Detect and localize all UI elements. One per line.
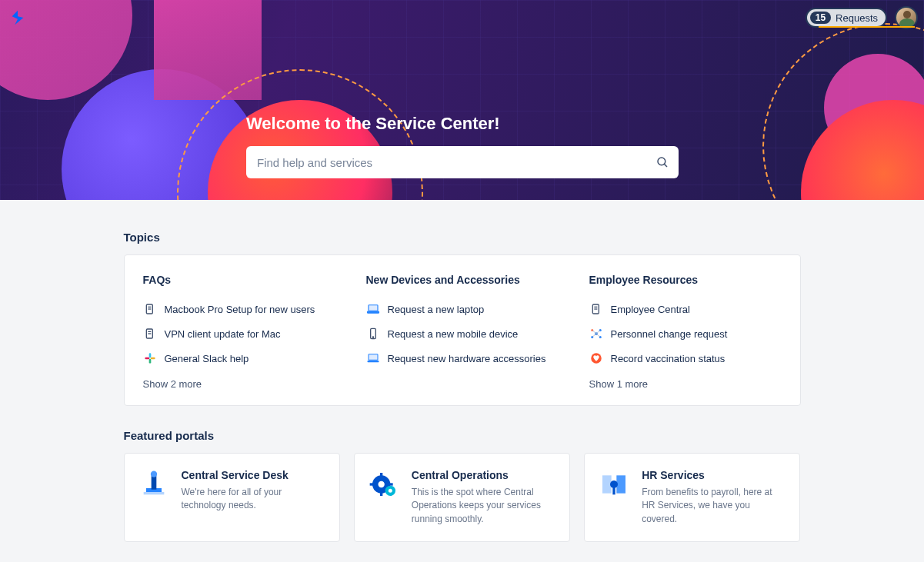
topic-item[interactable]: Macbook Pro Setup for new users bbox=[143, 297, 335, 321]
portal-title: Central Operations bbox=[412, 469, 555, 481]
svg-rect-12 bbox=[369, 305, 378, 311]
topic-item[interactable]: Request a new laptop bbox=[366, 297, 559, 321]
svg-point-36 bbox=[378, 481, 384, 487]
svg-rect-10 bbox=[150, 357, 155, 360]
slack-icon bbox=[143, 351, 157, 365]
laptop-icon bbox=[366, 351, 380, 365]
svg-rect-43 bbox=[602, 475, 612, 493]
svg-line-26 bbox=[592, 331, 595, 334]
gear-icon bbox=[369, 469, 399, 500]
svg-line-27 bbox=[596, 331, 600, 334]
portal-title: HR Services bbox=[642, 469, 786, 481]
svg-rect-37 bbox=[380, 473, 382, 477]
svg-point-42 bbox=[389, 489, 392, 493]
topic-item-label: Record vaccination status bbox=[611, 353, 726, 364]
page-title: Welcome to the Service Center! bbox=[246, 114, 678, 134]
topic-item-label: Personnel change request bbox=[611, 328, 728, 340]
svg-line-29 bbox=[596, 334, 600, 338]
topic-item[interactable]: Employee Central bbox=[589, 297, 782, 321]
active-tab-indicator bbox=[819, 26, 915, 28]
topic-item-label: General Slack help bbox=[165, 353, 249, 364]
portal-desc: From benefits to payroll, here at HR Ser… bbox=[642, 486, 786, 526]
portal-card-hr[interactable]: HR Services From benefits to payroll, he… bbox=[584, 453, 800, 542]
svg-rect-8 bbox=[148, 353, 151, 357]
svg-rect-17 bbox=[367, 361, 379, 362]
doc-icon bbox=[143, 302, 157, 316]
svg-line-1 bbox=[664, 164, 667, 167]
svg-rect-11 bbox=[148, 359, 151, 364]
search-input[interactable] bbox=[246, 146, 679, 178]
svg-rect-34 bbox=[143, 492, 164, 494]
topics-card: FAQs Macbook Pro Setup for new users VPN… bbox=[124, 254, 801, 406]
topic-item-label: Employee Central bbox=[611, 304, 690, 315]
hr-icon bbox=[599, 469, 629, 500]
topic-item-label: Request a new mobile device bbox=[388, 328, 519, 340]
svg-point-33 bbox=[150, 471, 156, 477]
topic-item-label: Request new hardware accessories bbox=[388, 353, 546, 364]
svg-rect-44 bbox=[616, 475, 625, 493]
requests-button[interactable]: 15 Requests bbox=[806, 8, 887, 28]
topic-item-label: VPN client update for Mac bbox=[165, 328, 281, 340]
svg-rect-46 bbox=[612, 487, 615, 494]
svg-line-28 bbox=[592, 334, 595, 338]
portal-title: Central Service Desk bbox=[182, 469, 325, 481]
portal-card-central-ops[interactable]: Central Operations This is the spot wher… bbox=[354, 453, 570, 542]
doc-icon bbox=[143, 327, 157, 341]
svg-rect-39 bbox=[369, 483, 373, 485]
svg-rect-32 bbox=[151, 475, 156, 489]
topic-item[interactable]: General Slack help bbox=[143, 346, 335, 371]
topic-item[interactable]: Request new hardware accessories bbox=[366, 346, 559, 371]
desk-icon bbox=[138, 469, 169, 500]
heart-icon bbox=[589, 351, 603, 365]
app-logo[interactable] bbox=[9, 9, 26, 26]
topic-item[interactable]: VPN client update for Mac bbox=[143, 321, 335, 346]
network-icon bbox=[589, 327, 603, 341]
laptop-icon bbox=[366, 302, 380, 316]
svg-rect-40 bbox=[389, 483, 392, 485]
portals-section-label: Featured portals bbox=[124, 429, 801, 442]
svg-point-0 bbox=[658, 158, 665, 165]
topic-item-label: Macbook Pro Setup for new users bbox=[165, 304, 315, 315]
topic-item[interactable]: Record vaccination status bbox=[589, 346, 782, 371]
svg-rect-38 bbox=[380, 492, 382, 496]
show-more-link[interactable]: Show 2 more bbox=[143, 378, 335, 390]
svg-rect-13 bbox=[367, 311, 379, 313]
portal-desc: We're here for all of your technology ne… bbox=[182, 486, 325, 513]
search-icon[interactable] bbox=[655, 155, 669, 169]
topic-heading-employee: Employee Resources bbox=[589, 274, 782, 286]
topic-heading-faqs: FAQs bbox=[143, 274, 335, 286]
topic-item-label: Request a new laptop bbox=[388, 304, 485, 315]
portal-desc: This is the spot where Central Operation… bbox=[412, 486, 555, 526]
svg-rect-9 bbox=[145, 357, 149, 360]
svg-point-15 bbox=[372, 337, 373, 338]
topic-heading-devices: New Devices and Accessories bbox=[366, 274, 559, 286]
topics-section-label: Topics bbox=[124, 231, 801, 244]
topic-item[interactable]: Request a new mobile device bbox=[366, 321, 559, 346]
show-more-link[interactable]: Show 1 more bbox=[589, 378, 782, 390]
requests-count-badge: 15 bbox=[810, 12, 831, 24]
svg-rect-16 bbox=[369, 354, 378, 361]
requests-label: Requests bbox=[836, 12, 878, 24]
phone-icon bbox=[366, 327, 380, 341]
doc-icon bbox=[589, 302, 603, 316]
portal-card-service-desk[interactable]: Central Service Desk We're here for all … bbox=[124, 453, 340, 542]
topic-item[interactable]: Personnel change request bbox=[589, 321, 782, 346]
